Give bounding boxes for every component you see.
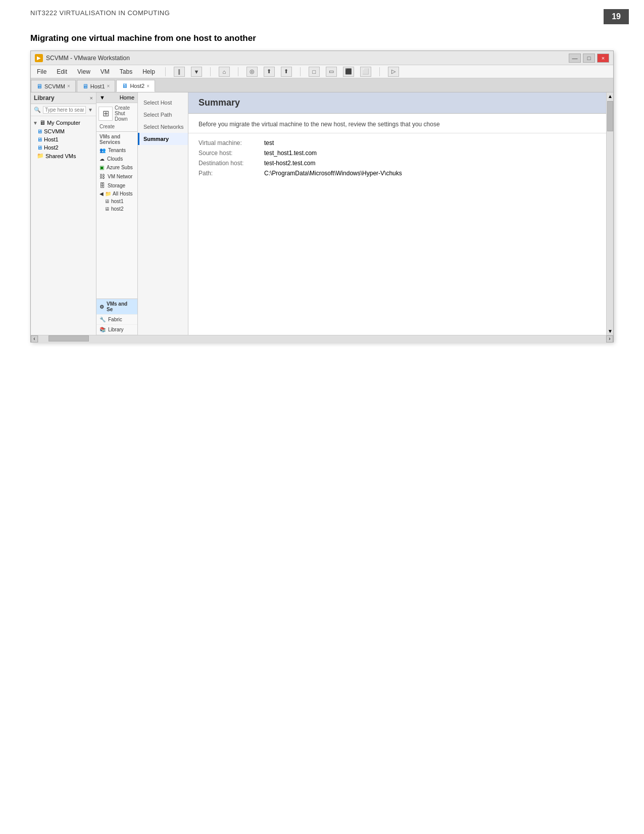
nav-item-azure[interactable]: ▣ Azure Subs	[96, 163, 137, 172]
vmware-icon: ▶	[35, 54, 43, 62]
toolbar-separator-5	[379, 67, 380, 76]
menu-edit[interactable]: Edit	[55, 67, 69, 76]
nav-tree-host2[interactable]: 🖥 host2	[96, 205, 137, 213]
tree-item-host2[interactable]: 🖥 Host2	[31, 143, 96, 152]
shutdown-label[interactable]: Shut	[115, 111, 130, 116]
page-container: NIT3222 VIRTUALISATION IN COMPUTING 19 M…	[0, 0, 644, 834]
wizard-step-select-networks[interactable]: Select Networks	[138, 121, 188, 133]
summary-table: Virtual machine: test Source host: test_…	[188, 133, 606, 186]
tree-arrow-my-computer: ▼	[33, 120, 38, 126]
tree-label-host2: Host2	[44, 144, 59, 151]
tree-item-host1[interactable]: 🖥 Host1	[31, 135, 96, 143]
scroll-left-arrow[interactable]: ‹	[31, 335, 38, 342]
nav-dropdown-label: ▼	[100, 94, 105, 101]
tab-host2[interactable]: 🖥 Host2 ×	[116, 80, 155, 92]
tab-host2-close[interactable]: ×	[146, 83, 150, 89]
scroll-right-arrow[interactable]: ›	[606, 335, 613, 342]
summary-row-vm: Virtual machine: test	[199, 139, 596, 146]
library-close-button[interactable]: ×	[90, 95, 93, 101]
toolbar-btn-4[interactable]: □	[309, 67, 320, 77]
toolbar-btn-pause[interactable]: ‖	[174, 67, 185, 77]
nav-vms-icon: ⚙	[100, 304, 104, 310]
scroll-thumb[interactable]	[607, 101, 613, 131]
nav-library-icon: 📚	[100, 327, 106, 332]
storage-label: Storage	[108, 183, 125, 188]
tab-bar: 🖥 SCVMM × 🖥 Host1 × 🖥 Host2 ×	[31, 78, 613, 92]
tree-folder-icon-my-computer: 🖥	[39, 119, 45, 126]
tab-host1-label: Host1	[90, 83, 105, 89]
scroll-up-arrow[interactable]: ▲	[607, 92, 613, 100]
tree-item-scvmm[interactable]: 🖥 SCVMM	[31, 127, 96, 135]
nav-panel: ▼ Home ⊞ Create Shut Down Create	[96, 92, 138, 335]
toolbar-btn-dropdown[interactable]: ▼	[191, 67, 202, 77]
bottom-scroll-thumb[interactable]	[48, 335, 89, 341]
tab-host1-close[interactable]: ×	[107, 83, 110, 89]
close-button[interactable]: ×	[597, 54, 609, 63]
search-dropdown-icon[interactable]: ▼	[88, 107, 93, 113]
nav-tree-host1[interactable]: 🖥 host1	[96, 198, 137, 205]
toolbar-separator-4	[300, 67, 301, 76]
nav-bottom-library[interactable]: 📚 Library	[96, 325, 137, 335]
menu-tabs[interactable]: Tabs	[118, 67, 134, 76]
tab-scvmm-close[interactable]: ×	[67, 83, 70, 89]
tab-host1[interactable]: 🖥 Host1 ×	[77, 80, 116, 92]
tab-host1-icon: 🖥	[82, 83, 88, 90]
nav-item-storage[interactable]: 🗄 Storage	[96, 181, 137, 190]
menu-help[interactable]: Help	[140, 67, 157, 76]
nav-create-section: ⊞ Create Shut Down Create	[96, 103, 137, 132]
maximize-button[interactable]: □	[583, 54, 595, 63]
menu-file[interactable]: File	[35, 67, 48, 76]
menu-vm[interactable]: VM	[98, 67, 112, 76]
create-label[interactable]: Create	[115, 105, 130, 111]
summary-title: Summary	[188, 92, 606, 114]
nav-library-label: Library	[108, 327, 124, 332]
minimize-button[interactable]: —	[569, 54, 581, 63]
toolbar-btn-5[interactable]: ▭	[326, 67, 337, 77]
toolbar-btn-3[interactable]: ⬆	[281, 67, 292, 77]
vms-services-title: VMs and Services	[96, 132, 137, 146]
create-icon-box: ⊞	[98, 107, 113, 121]
nav-item-vm-network[interactable]: ⛓ VM Networ	[96, 172, 137, 181]
section-heading: Migrating one virtual machine from one h…	[0, 28, 644, 51]
all-hosts-label: All Hosts	[113, 191, 132, 197]
title-bar-controls: — □ ×	[569, 54, 609, 63]
tab-scvmm-label: SCVMM	[44, 83, 65, 89]
toolbar-btn-play[interactable]: ▷	[388, 67, 399, 77]
toolbar-btn-home[interactable]: ⌂	[219, 67, 230, 77]
nav-create-row: ⊞ Create Shut Down	[98, 105, 135, 122]
nav-bottom-vms[interactable]: ⚙ VMs and Se	[96, 299, 137, 315]
summary-value-vm: test	[264, 139, 274, 146]
toolbar-btn-2[interactable]: ⬆	[264, 67, 275, 77]
menu-view[interactable]: View	[75, 67, 92, 76]
wizard-step-summary[interactable]: Summary	[138, 133, 188, 145]
main-content: Library × 🔍 ▼ ▼ 🖥 My Computer 🖥	[31, 92, 613, 335]
library-header: Library ×	[31, 92, 96, 104]
summary-value-source: test_host1.test.com	[264, 150, 317, 157]
nav-host1-icon: 🖥	[105, 199, 110, 204]
tree-vm-icon-host2: 🖥	[37, 144, 42, 151]
tab-host2-icon: 🖥	[122, 82, 128, 89]
nav-item-clouds[interactable]: ☁ Clouds	[96, 155, 137, 163]
tree-label-shared-vms: Shared VMs	[45, 153, 76, 159]
toolbar-btn-1[interactable]: ◎	[246, 67, 258, 77]
nav-dropdown[interactable]: ▼ Home	[96, 92, 137, 103]
nav-tree-all-hosts[interactable]: ◀ 📁 All Hosts	[96, 190, 137, 198]
azure-icon: ▣	[100, 165, 104, 170]
tree-item-my-computer[interactable]: ▼ 🖥 My Computer	[31, 118, 96, 127]
wizard-step-select-path[interactable]: Select Path	[138, 109, 188, 121]
tab-scvmm[interactable]: 🖥 SCVMM ×	[31, 80, 76, 92]
scroll-down-arrow[interactable]: ▼	[607, 327, 613, 335]
bottom-scroll-track[interactable]	[38, 335, 606, 342]
summary-panel: Summary Before you migrate the virtual m…	[188, 92, 606, 335]
nav-bottom: ⚙ VMs and Se 🔧 Fabric 📚 Library	[96, 299, 137, 335]
search-input[interactable]	[43, 106, 86, 114]
bottom-bar: ‹ ›	[31, 335, 613, 342]
wizard-step-select-host[interactable]: Select Host	[138, 96, 188, 109]
toolbar-btn-7[interactable]: ⬜	[360, 67, 371, 77]
nav-bottom-fabric[interactable]: 🔧 Fabric	[96, 315, 137, 325]
toolbar-btn-6[interactable]: ⬛	[343, 67, 354, 77]
tree-folder-icon-shared: 📁	[37, 153, 44, 159]
nav-item-tenants[interactable]: 👥 Tenants	[96, 146, 137, 155]
tree-item-shared-vms[interactable]: 📁 Shared VMs	[31, 152, 96, 160]
right-scrollbar[interactable]: ▲ ▼	[606, 92, 613, 335]
